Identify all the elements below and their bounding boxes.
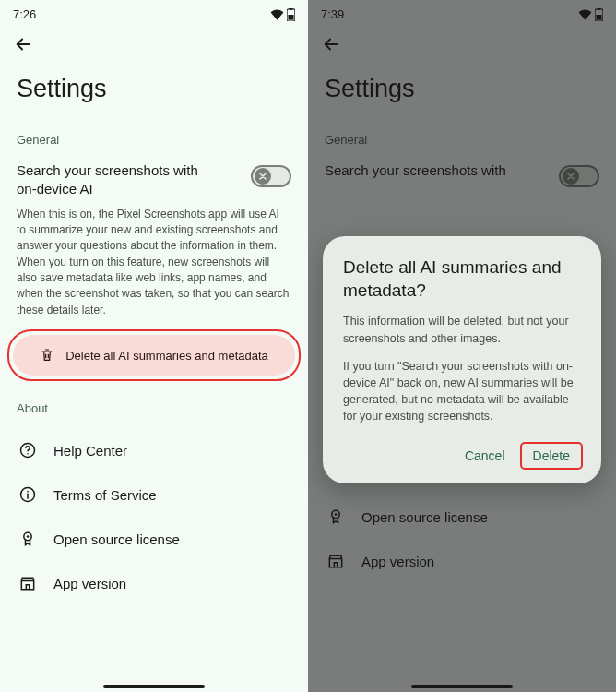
- info-icon: [18, 485, 37, 504]
- list-item-terms[interactable]: Terms of Service: [0, 472, 308, 517]
- dialog-body-p2: If you turn "Search your screenshots wit…: [343, 358, 581, 425]
- setting-title-line1: Search your screenshots with: [17, 161, 242, 180]
- setting-title-line2: on-device AI: [17, 180, 242, 198]
- list-item-license[interactable]: Open source license: [0, 517, 308, 561]
- svg-rect-2: [288, 15, 293, 20]
- delete-button[interactable]: Delete: [522, 441, 581, 471]
- dialog-body: This information will be deleted, but no…: [343, 313, 581, 424]
- cancel-button[interactable]: Cancel: [454, 441, 516, 471]
- toggle-knob-off: [255, 168, 271, 185]
- toggle-switch[interactable]: [251, 165, 291, 187]
- page-title: Settings: [0, 75, 308, 133]
- wifi-icon: [270, 9, 284, 20]
- store-icon: [18, 574, 37, 592]
- list-item-help[interactable]: Help Center: [0, 428, 308, 472]
- section-about-label: About: [0, 401, 308, 428]
- cancel-label: Cancel: [465, 448, 505, 463]
- list-item-version[interactable]: App version: [0, 561, 308, 605]
- confirm-dialog: Delete all AI summaries and metadata? Th…: [323, 236, 601, 483]
- status-time: 7:26: [13, 7, 36, 21]
- dialog-title: Delete all AI summaries and metadata?: [343, 257, 581, 313]
- screenshot-right: 7:39 Settings General Search your screen…: [308, 0, 616, 692]
- delete-summaries-button[interactable]: Delete all AI summaries and metadata: [13, 335, 295, 376]
- status-bar: 7:26: [0, 0, 308, 25]
- back-arrow-icon[interactable]: [13, 34, 33, 54]
- list-label: Help Center: [53, 443, 127, 459]
- section-general-label: General: [0, 133, 308, 161]
- screenshot-left: 7:26 Settings General Search your screen…: [0, 0, 308, 692]
- setting-description: When this is on, the Pixel Screenshots a…: [0, 207, 308, 336]
- svg-point-4: [27, 453, 29, 455]
- list-label: Open source license: [53, 531, 180, 547]
- svg-point-6: [27, 491, 29, 493]
- setting-search-ai[interactable]: Search your screenshots with on-device A…: [0, 161, 308, 207]
- delete-button-label: Delete all AI summaries and metadata: [65, 349, 268, 363]
- list-label: Terms of Service: [53, 487, 157, 503]
- close-icon: [258, 172, 267, 181]
- battery-icon: [287, 8, 295, 21]
- svg-point-9: [27, 535, 30, 538]
- svg-rect-1: [290, 8, 293, 10]
- nav-pill[interactable]: [103, 685, 205, 688]
- list-label: App version: [53, 576, 126, 591]
- trash-icon: [40, 348, 54, 363]
- help-icon: [18, 441, 37, 459]
- delete-label: Delete: [533, 448, 570, 463]
- license-icon: [18, 530, 37, 548]
- dialog-body-p1: This information will be deleted, but no…: [343, 313, 581, 346]
- status-icons: [270, 8, 295, 21]
